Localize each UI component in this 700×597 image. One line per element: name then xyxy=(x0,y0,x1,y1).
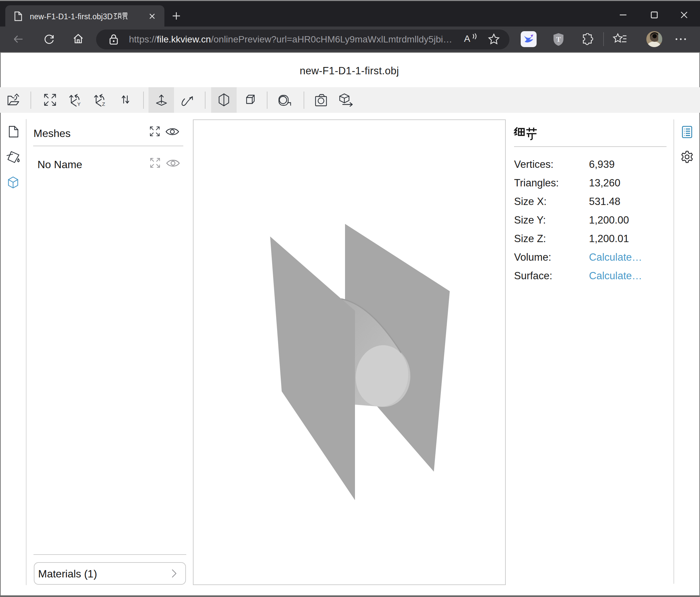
svg-text:T: T xyxy=(556,35,561,44)
svg-text:Z: Z xyxy=(102,101,105,107)
svg-text:Y: Y xyxy=(77,101,80,107)
